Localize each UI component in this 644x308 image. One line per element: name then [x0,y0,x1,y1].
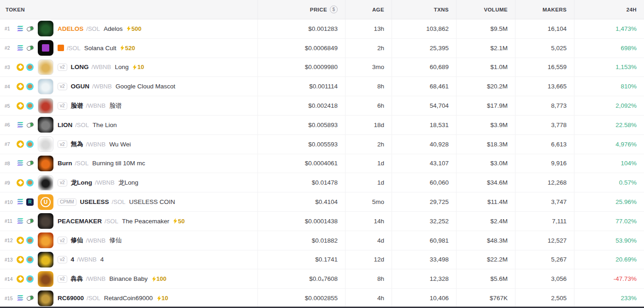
header-token-label: TOKEN [6,7,25,12]
header-token[interactable]: TOKEN [0,0,258,19]
token-row[interactable]: #10 R CPMM USELESS /SOL USELESS COIN $0.… [0,192,644,212]
volume-cell: $2.4M [456,212,515,231]
token-cell: #3 v2 LONG /WBNB Long 10 [0,58,258,77]
token-row[interactable]: #9 v2 龙Long /WBNB 龙Long $0.01478 1d 60,0… [0,173,644,192]
change-24h-cell: 4,976% [574,135,644,154]
age-cell: 6h [345,96,392,115]
txns-cell: 18,531 [392,116,456,134]
volume-cell: $20.2M [456,77,515,96]
price-cell: $0.0009980 [258,58,345,77]
age-cell: 2h [345,135,392,154]
age-cell: 2h [345,39,392,58]
token-cell: #11 PEACEMAKER /SOL The Peacemaker 50 [0,212,258,231]
token-cell: #13 v2 4 /WBNB 4 [0,250,258,269]
token-symbol: USELESS [80,198,109,205]
txns-cell: 60,981 [392,231,456,250]
header-age[interactable]: AGE [345,0,392,19]
token-name: Burning till 10M mc [92,160,145,167]
token-row[interactable]: #3 v2 LONG /WBNB Long 10 $0.0009980 3mo … [0,58,644,77]
token-row[interactable]: #11 PEACEMAKER /SOL The Peacemaker 50 [0,212,644,231]
token-name: Binance Baby [109,275,147,282]
token-avatar [38,117,53,133]
token-symbol: 4 [71,256,75,263]
token-name: 脸谱 [109,102,122,110]
token-avatar [38,136,53,152]
token-row[interactable]: #7 v2 無為 /WBNB Wu Wei $0.005593 2h 40,92… [0,135,644,154]
volume-cell: $17.9M [456,96,515,115]
price-cell: $0.4104 [258,192,345,211]
header-24h[interactable]: 24H [574,0,644,19]
volume-cell: $34.6M [456,173,515,192]
token-cell: #12 v2 修仙 /WBNB 修仙 [0,231,258,250]
pool-version-badge: CPMM [58,198,76,206]
token-row[interactable]: #14 v2 犇犇 /WBNB Binance Baby 100 $0.0₄76… [0,269,644,289]
txns-cell: 68,461 [392,77,456,96]
token-row[interactable]: #6 LION /SOL The Lion $0.005893 18d 18 [0,116,644,135]
token-row[interactable]: #5 v2 脸谱 /WBNB 脸谱 $0.002418 6h 54,704 $1… [0,96,644,116]
volume-cell: $767K [456,289,515,308]
dollar-circle-icon: $ [330,6,338,13]
price-cell: $0.01478 [258,173,345,192]
boost-badge: 50 [173,218,184,225]
token-name: Long [115,64,129,70]
header-makers[interactable]: MAKERS [515,0,574,19]
token-row[interactable]: #8 Burn /SOL Burning till 10M mc $0.0004… [0,154,644,174]
makers-cell: 5,025 [515,39,574,58]
price-cell: $0.0002855 [258,289,345,308]
header-price[interactable]: PRICE$ [258,0,345,19]
quote-pair-label: /SOL [86,25,100,32]
age-cell: 4h [345,289,392,308]
quote-pair-label: /WBNB [86,102,106,109]
header-txns[interactable]: TXNS [392,0,456,19]
change-24h-cell: -47.73% [574,269,644,288]
pool-version-badge: v2 [58,256,67,263]
makers-cell: 13,665 [515,77,574,96]
pumpswap-dex-icon [26,217,34,225]
price-cell: $0.002418 [258,96,345,115]
token-cell: #9 v2 龙Long /WBNB 龙Long [0,173,258,192]
makers-cell: 12,527 [515,231,574,250]
header-price-label: PRICE [310,7,327,12]
pool-version-badge: v2 [58,140,67,148]
makers-cell: 16,104 [515,19,574,38]
boost-badge: 10 [133,64,144,70]
rank-label: #12 [5,238,17,243]
token-cell: #15 RC69000 /SOL RetardCoin69000 10 [0,289,258,308]
token-avatar [38,79,53,94]
token-row[interactable]: #2 /SOL Solana Cult 520 [0,39,644,58]
volume-cell: $3.9M [456,116,515,134]
change-24h-cell: 2,092% [574,96,644,115]
token-symbol: LION [58,122,72,128]
solana-chain-icon [17,44,24,52]
quote-pair-label: /SOL [67,45,81,52]
change-24h-cell: 810% [574,77,644,96]
token-row[interactable]: #1 ADELOS /SOL Adelos 500 [0,19,644,39]
header-volume[interactable]: VOLUME [456,0,515,19]
txns-cell: 103,862 [392,19,456,38]
token-row[interactable]: #4 v2 OGUN /WBNB Google Cloud Mascot $0.… [0,77,644,96]
boost-badge: 10 [157,295,168,302]
pancakeswap-dex-icon [26,275,34,283]
token-cell: #8 Burn /SOL Burning till 10M mc [0,154,258,173]
quote-pair-label: /SOL [105,218,118,225]
token-row[interactable]: #15 RC69000 /SOL RetardCoin69000 10 [0,289,644,308]
change-24h-cell: 104% [574,154,644,173]
header-24h-label: 24H [626,7,637,12]
change-24h-cell: 233% [574,289,644,308]
txns-cell: 40,928 [392,135,456,154]
rank-label: #11 [5,218,17,224]
rank-label: #3 [5,64,17,70]
volume-cell: $5.6M [456,269,515,288]
boost-amount: 50 [178,218,184,225]
token-cell: #14 v2 犇犇 /WBNB Binance Baby 100 [0,269,258,288]
change-24h-cell: 698% [574,39,644,58]
makers-cell: 2,505 [515,289,574,308]
token-symbol: 犇犇 [71,275,83,283]
pumpswap-dex-icon [26,160,34,167]
rank-label: #2 [5,45,17,51]
price-cell: $0.1741 [258,250,345,269]
token-symbol: OGUN [71,83,90,90]
boost-amount: 100 [157,275,167,282]
token-row[interactable]: #13 v2 4 /WBNB 4 $0.1741 12d 33,498 $22.… [0,250,644,270]
token-row[interactable]: #12 v2 修仙 /WBNB 修仙 $0.01882 4d 60,981 $4… [0,231,644,250]
